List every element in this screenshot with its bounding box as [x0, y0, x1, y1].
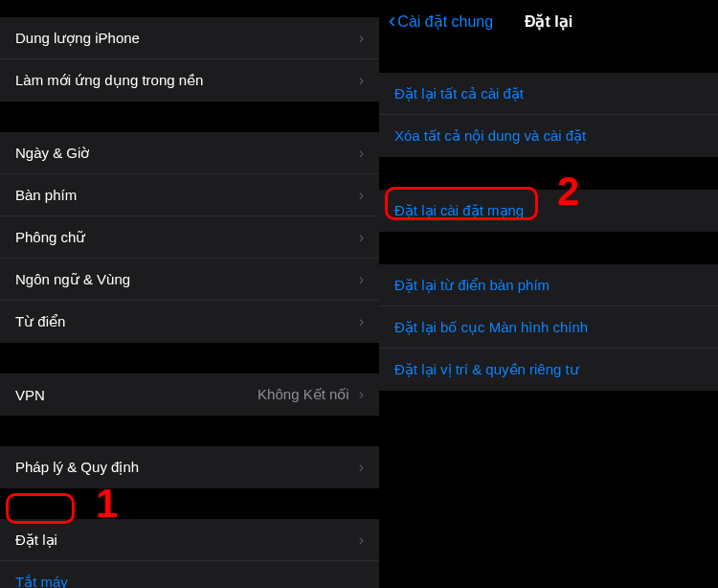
- group-vpn: VPN Không Kết nối ›: [0, 373, 379, 416]
- row-label: Từ điển: [15, 313, 359, 330]
- row-label: Đặt lại cài đặt mạng: [394, 202, 703, 219]
- chevron-right-icon: ›: [359, 145, 364, 162]
- row-label: Tắt máy: [15, 574, 364, 588]
- row-shutdown[interactable]: Tắt máy: [0, 561, 379, 588]
- row-label: Đặt lại bố cục Màn hình chính: [394, 319, 703, 336]
- group-legal: Pháp lý & Quy định ›: [0, 446, 379, 488]
- chevron-right-icon: ›: [359, 313, 364, 330]
- row-legal[interactable]: Pháp lý & Quy định ›: [0, 446, 379, 488]
- row-label: Đặt lại: [15, 531, 359, 549]
- row-label: Pháp lý & Quy định: [15, 459, 359, 476]
- row-label: Bàn phím: [15, 187, 359, 203]
- row-vpn[interactable]: VPN Không Kết nối ›: [0, 373, 379, 416]
- group-reset-network: Đặt lại cài đặt mạng: [379, 190, 718, 232]
- chevron-right-icon: ›: [359, 187, 364, 204]
- settings-panel-left: Dung lượng iPhone › Làm mới ứng dụng tro…: [0, 0, 379, 588]
- chevron-right-icon: ›: [359, 459, 364, 476]
- row-label: Đặt lại vị trí & quyền riêng tư: [394, 361, 703, 378]
- row-label: Làm mới ứng dụng trong nền: [15, 72, 359, 89]
- vpn-status: Không Kết nối: [258, 386, 349, 403]
- row-language-region[interactable]: Ngôn ngữ & Vùng ›: [0, 259, 379, 301]
- row-label: Đặt lại tất cả cài đặt: [394, 85, 703, 102]
- row-label: Ngôn ngữ & Vùng: [15, 271, 359, 288]
- back-button[interactable]: ‹ Cài đặt chung: [389, 11, 493, 32]
- group-localization: Ngày & Giờ › Bàn phím › Phông chữ › Ngôn…: [0, 132, 379, 343]
- row-keyboard[interactable]: Bàn phím ›: [0, 174, 379, 216]
- row-label: VPN: [15, 387, 258, 403]
- back-label: Cài đặt chung: [397, 12, 493, 31]
- row-label: Xóa tất cả nội dung và cài đặt: [394, 127, 703, 145]
- row-fonts[interactable]: Phông chữ ›: [0, 216, 379, 259]
- row-label: Dung lượng iPhone: [15, 30, 359, 47]
- row-reset-location-privacy[interactable]: Đặt lại vị trí & quyền riêng tư: [379, 349, 718, 391]
- row-erase-all[interactable]: Xóa tất cả nội dung và cài đặt: [379, 115, 718, 157]
- group-reset-other: Đặt lại từ điển bàn phím Đặt lại bố cục …: [379, 264, 718, 391]
- row-reset-network[interactable]: Đặt lại cài đặt mạng: [379, 190, 718, 232]
- row-date-time[interactable]: Ngày & Giờ ›: [0, 132, 379, 174]
- row-reset-keyboard-dict[interactable]: Đặt lại từ điển bàn phím: [379, 264, 718, 306]
- row-dictionary[interactable]: Từ điển ›: [0, 301, 379, 343]
- row-iphone-storage[interactable]: Dung lượng iPhone ›: [0, 17, 379, 59]
- top-bar: [0, 0, 379, 13]
- chevron-right-icon: ›: [359, 229, 364, 246]
- row-background-refresh[interactable]: Làm mới ứng dụng trong nền ›: [0, 59, 379, 102]
- row-reset-home-layout[interactable]: Đặt lại bố cục Màn hình chính: [379, 306, 718, 349]
- page-title: Đặt lại: [525, 12, 572, 31]
- row-reset-all-settings[interactable]: Đặt lại tất cả cài đặt: [379, 73, 718, 115]
- reset-panel-right: ‹ Cài đặt chung Đặt lại Đặt lại tất cả c…: [379, 0, 718, 588]
- group-reset-main: Đặt lại tất cả cài đặt Xóa tất cả nội du…: [379, 73, 718, 157]
- chevron-right-icon: ›: [359, 30, 364, 47]
- row-label: Đặt lại từ điển bàn phím: [394, 277, 703, 294]
- row-label: Phông chữ: [15, 229, 359, 246]
- row-label: Ngày & Giờ: [15, 145, 359, 162]
- chevron-right-icon: ›: [359, 531, 364, 549]
- group-reset: Đặt lại › Tắt máy: [0, 519, 379, 588]
- group-storage: Dung lượng iPhone › Làm mới ứng dụng tro…: [0, 17, 379, 102]
- row-reset[interactable]: Đặt lại ›: [0, 519, 379, 561]
- chevron-right-icon: ›: [359, 386, 364, 403]
- chevron-right-icon: ›: [359, 271, 364, 288]
- chevron-left-icon: ‹: [389, 11, 395, 32]
- nav-header: ‹ Cài đặt chung Đặt lại: [379, 0, 718, 42]
- chevron-right-icon: ›: [359, 72, 364, 89]
